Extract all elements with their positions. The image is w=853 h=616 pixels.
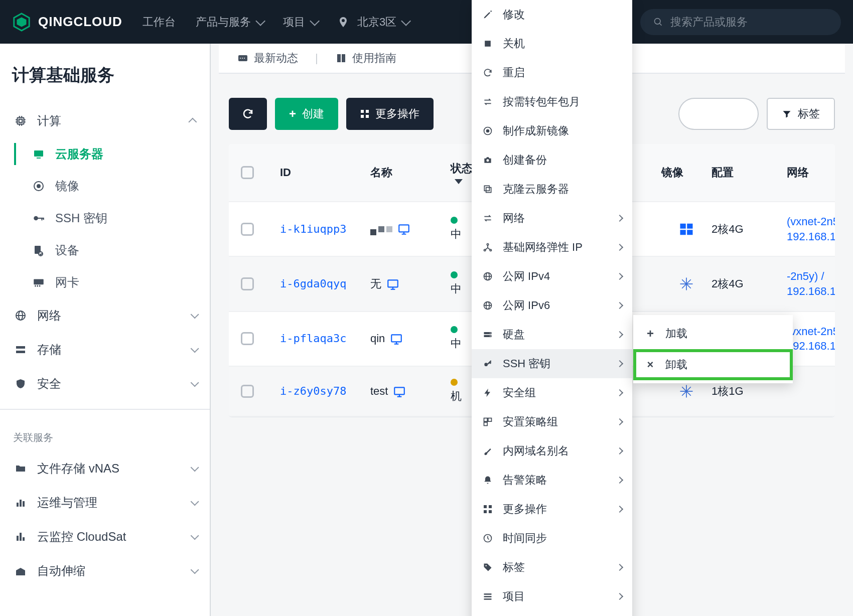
sidebar-title: 计算基础服务 xyxy=(0,44,210,104)
table-search[interactable] xyxy=(678,98,759,130)
strip-guide[interactable]: 使用指南 xyxy=(335,51,396,66)
row-network[interactable]: -2n5y) / 192.168.100.3 xyxy=(787,269,835,298)
col-checkbox[interactable] xyxy=(235,166,280,179)
svg-rect-15 xyxy=(37,158,41,159)
menu-item[interactable]: 重启 xyxy=(472,58,632,87)
submenu-unload[interactable]: × 卸载 xyxy=(633,349,793,380)
row-id-link[interactable]: i-6gda0qyq xyxy=(280,277,346,290)
chevron-right-icon xyxy=(616,331,623,338)
menu-item[interactable]: 时间同步 xyxy=(472,524,632,553)
ssh-submenu[interactable]: + 加载 × 卸载 xyxy=(633,315,793,383)
sidebar-group-storage[interactable]: 存储 xyxy=(0,333,210,367)
col-image[interactable]: 镜像 xyxy=(661,166,712,179)
sidebar-item-ops[interactable]: 运维与管理 xyxy=(0,486,210,520)
chevron-right-icon xyxy=(616,564,623,571)
nav-workbench[interactable]: 工作台 xyxy=(143,15,176,30)
sidebar-item-nics[interactable]: 网卡 xyxy=(0,266,210,298)
folder-icon xyxy=(13,463,28,475)
svg-marker-1 xyxy=(17,17,27,27)
search-input[interactable] xyxy=(670,16,828,29)
svg-point-93 xyxy=(490,336,491,337)
menu-item[interactable]: 关机 xyxy=(472,29,632,58)
nav-products[interactable]: 产品与服务 xyxy=(196,15,263,30)
stop-icon xyxy=(482,39,494,49)
menu-item[interactable]: 标签 xyxy=(472,553,632,582)
menu-item[interactable]: 安置策略组 xyxy=(472,407,632,436)
menu-item[interactable]: 硬盘 xyxy=(472,320,632,349)
strip-news[interactable]: 最新动态 xyxy=(237,51,298,66)
menu-item[interactable]: 更多操作 xyxy=(472,495,632,524)
nav-region[interactable]: 北京3区 xyxy=(337,15,408,30)
col-network[interactable]: 网络 xyxy=(787,165,835,180)
refresh-button[interactable] xyxy=(229,98,267,130)
monitor-icon[interactable] xyxy=(390,332,403,346)
cpu-icon xyxy=(13,114,28,127)
logo[interactable]: QINGCLOUD xyxy=(12,13,122,32)
menu-item[interactable]: 创建备份 xyxy=(472,145,632,175)
menu-item[interactable]: 告警策略 xyxy=(472,466,632,495)
svg-rect-20 xyxy=(41,218,42,220)
menu-item[interactable]: 内网域名别名 xyxy=(472,436,632,466)
menu-item[interactable]: 制作成新镜像 xyxy=(472,116,632,145)
monitor-icon[interactable] xyxy=(393,385,406,398)
chevron-right-icon xyxy=(616,302,623,309)
list-icon xyxy=(482,591,494,601)
sidebar-item-sshkeys[interactable]: SSH 密钥 xyxy=(0,202,210,234)
menu-item[interactable]: SSH 密钥 xyxy=(472,349,632,378)
chevron-right-icon xyxy=(616,593,623,600)
svg-point-17 xyxy=(37,185,40,188)
menu-item[interactable]: 克隆云服务器 xyxy=(472,175,632,204)
sidebar-item-cloudsat[interactable]: 云监控 CloudSat xyxy=(0,520,210,554)
menu-item[interactable]: 按需转包年包月 xyxy=(472,87,632,116)
menu-item[interactable]: 公网 IPv4 xyxy=(472,262,632,291)
sidebar-item-vnas[interactable]: 文件存储 vNAS xyxy=(0,451,210,486)
pixel-icon xyxy=(370,226,392,232)
menu-item-label: 基础网络弹性 IP xyxy=(503,240,608,255)
submenu-load[interactable]: + 加载 xyxy=(633,318,793,349)
col-id[interactable]: ID xyxy=(280,166,370,179)
tags-button[interactable]: 标签 xyxy=(767,98,835,130)
sidebar-item-servers[interactable]: 云服务器 xyxy=(0,138,210,170)
context-menu[interactable]: 修改关机重启按需转包年包月制作成新镜像创建备份克隆云服务器网络基础网络弹性 IP… xyxy=(472,0,632,616)
chevron-down-icon xyxy=(191,378,199,387)
scale-icon xyxy=(13,565,28,577)
svg-rect-45 xyxy=(361,115,364,118)
menu-item[interactable]: 公网 IPv6 xyxy=(472,291,632,320)
monitor-icon[interactable] xyxy=(397,222,410,236)
row-id-link[interactable]: i-k1iuqpp3 xyxy=(280,223,346,235)
svg-rect-68 xyxy=(395,387,405,394)
sidebar-item-autoscale[interactable]: 自动伸缩 xyxy=(0,554,210,588)
svg-rect-33 xyxy=(17,503,19,507)
menu-item[interactable]: 项目 xyxy=(472,582,632,611)
row-network[interactable]: (vxnet-2n5y) / 192.168.100.2 xyxy=(787,324,835,354)
svg-rect-95 xyxy=(484,418,488,422)
menu-item-label: 告警策略 xyxy=(503,473,608,488)
menu-item[interactable]: 删除 xyxy=(472,611,632,616)
sidebar-item-devices[interactable]: 设备 xyxy=(0,234,210,266)
row-network[interactable]: (vxnet-2n5y) / 192.168.100.4 xyxy=(787,214,835,244)
logo-hex-icon xyxy=(12,13,31,32)
col-config[interactable]: 配置 xyxy=(712,165,787,180)
sidebar-divider xyxy=(0,409,210,410)
filter-icon xyxy=(782,109,792,119)
create-button[interactable]: +创建 xyxy=(275,98,338,130)
col-name[interactable]: 名称 xyxy=(370,165,451,180)
menu-item[interactable]: 安全组 xyxy=(472,378,632,407)
sidebar-item-images[interactable]: 镜像 xyxy=(0,170,210,202)
sidebar-group-compute[interactable]: 计算 xyxy=(0,104,210,138)
nav-projects[interactable]: 项目 xyxy=(283,15,317,30)
sidebar-group-security[interactable]: 安全 xyxy=(0,367,210,401)
row-id-link[interactable]: i-z6y0sy78 xyxy=(280,385,346,397)
chevron-right-icon xyxy=(616,447,623,454)
menu-item[interactable]: 网络 xyxy=(472,204,632,233)
menu-item[interactable]: 修改 xyxy=(472,0,632,29)
svg-rect-106 xyxy=(484,598,492,600)
global-search[interactable] xyxy=(640,9,841,35)
svg-rect-32 xyxy=(16,351,25,353)
row-id-link[interactable]: i-pflaqa3c xyxy=(280,332,346,345)
menu-item-label: 公网 IPv4 xyxy=(503,269,608,284)
monitor-icon[interactable] xyxy=(386,277,399,290)
more-actions-button[interactable]: 更多操作 xyxy=(346,98,434,130)
menu-item[interactable]: 基础网络弹性 IP xyxy=(472,233,632,262)
sidebar-group-network[interactable]: 网络 xyxy=(0,298,210,333)
